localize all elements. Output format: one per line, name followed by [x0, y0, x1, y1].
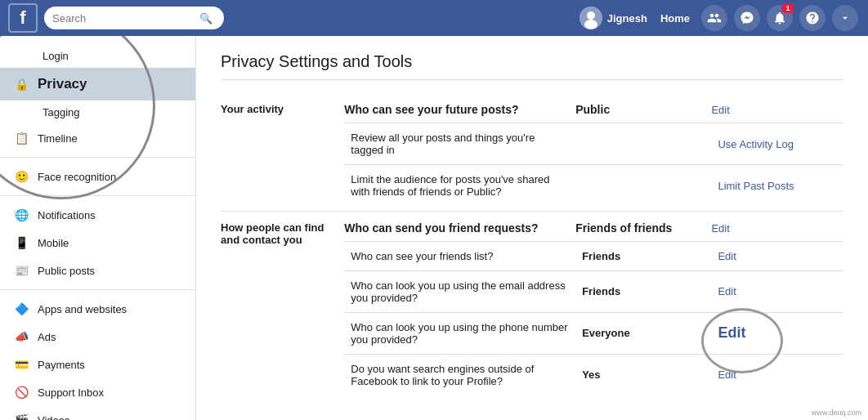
sidebar-item-label: Support Inbox — [38, 386, 104, 399]
notifications-icon-button[interactable]: 1 — [767, 5, 793, 31]
settings-action: Edit — [711, 312, 843, 354]
edit-link[interactable]: Edit — [718, 285, 736, 297]
sidebar-item-login[interactable]: Login — [0, 44, 195, 68]
settings-action: Edit — [711, 270, 843, 312]
lock-icon: 🔒 — [13, 76, 29, 92]
ads-icon: 📣 — [13, 328, 29, 345]
settings-question: Limit the audience for posts you've shar… — [344, 165, 575, 207]
svg-point-1 — [587, 11, 595, 20]
sidebar-item-mobile[interactable]: 📱 Mobile — [0, 229, 195, 257]
payments-icon: 💳 — [13, 356, 29, 373]
main-content: Privacy Settings and Tools Your activity… — [196, 36, 868, 420]
settings-value — [575, 165, 711, 207]
sidebar-item-label: Payments — [38, 359, 85, 371]
settings-table: Your activity Who can see your future po… — [221, 93, 843, 395]
sidebar-item-label: Face recognition — [38, 171, 116, 183]
limit-past-posts-link[interactable]: Limit Past Posts — [718, 180, 794, 192]
nav-right-section: Jignesh Home 1 — [579, 5, 860, 31]
sidebar-divider-2 — [0, 195, 195, 196]
sidebar-divider-3 — [0, 289, 195, 290]
sidebar-item-label: Videos — [38, 414, 70, 421]
sidebar-item-label: Apps and websites — [38, 303, 127, 315]
settings-action: Edit — [711, 93, 843, 123]
section-label: How people can find and contact you — [221, 221, 324, 246]
settings-question: Who can send you friend requests? — [344, 211, 575, 241]
page-layout: Login 🔒 Privacy Tagging 📋 Timeline 🙂 Fac… — [0, 36, 868, 420]
sidebar-divider-1 — [0, 157, 195, 158]
videos-icon: 🎬 — [13, 412, 29, 420]
user-profile-link[interactable]: Jignesh — [579, 7, 647, 29]
sidebar-item-timeline[interactable]: 📋 Timeline — [0, 124, 195, 152]
settings-action: Use Activity Log — [711, 123, 843, 165]
home-button[interactable]: Home — [654, 12, 696, 25]
messenger-icon-button[interactable] — [734, 5, 760, 31]
friends-icon-button[interactable] — [701, 5, 727, 31]
sidebar-item-label: Timeline — [38, 132, 78, 145]
sidebar-item-label: Mobile — [38, 237, 69, 249]
settings-value: Yes — [575, 354, 711, 395]
notifications-icon: 🌐 — [13, 207, 29, 223]
sidebar-item-label: Privacy — [38, 76, 87, 92]
edit-link[interactable]: Edit — [711, 104, 729, 116]
settings-value — [575, 123, 711, 165]
settings-question: Who can see your future posts? — [344, 93, 575, 123]
settings-question: Who can see your friends list? — [344, 241, 575, 270]
section-header-your-activity: Your activity Who can see your future po… — [221, 93, 843, 123]
avatar — [579, 7, 602, 29]
settings-action: Edit — [711, 354, 843, 395]
settings-value: Friends — [575, 241, 711, 270]
apps-icon: 🔷 — [13, 301, 29, 317]
settings-question: Who can look you up using the phone numb… — [344, 312, 575, 354]
settings-action: Edit — [711, 241, 843, 270]
activity-log-link[interactable]: Use Activity Log — [718, 138, 794, 150]
support-icon: 🚫 — [13, 384, 29, 400]
settings-value: Friends of friends — [575, 211, 711, 241]
sidebar-item-payments[interactable]: 💳 Payments — [0, 351, 195, 378]
timeline-icon: 📋 — [13, 130, 29, 146]
edit-link[interactable]: Edit — [718, 369, 736, 381]
edit-link-highlighted[interactable]: Edit — [718, 324, 745, 341]
dropdown-icon-button[interactable] — [832, 5, 858, 31]
sidebar-item-public-posts[interactable]: 📰 Public posts — [0, 257, 195, 284]
sidebar-item-label: Notifications — [38, 209, 96, 221]
notification-badge: 1 — [781, 3, 794, 13]
section-header-find-contact: How people can find and contact you Who … — [221, 211, 843, 241]
edit-link[interactable]: Edit — [718, 250, 736, 262]
svg-point-2 — [584, 20, 597, 29]
sidebar-item-tagging[interactable]: Tagging — [0, 101, 195, 124]
sidebar-item-support-inbox[interactable]: 🚫 Support Inbox — [0, 378, 195, 406]
sidebar-item-ads[interactable]: 📣 Ads — [0, 323, 195, 351]
settings-action: Limit Past Posts — [711, 165, 843, 207]
public-posts-icon: 📰 — [13, 262, 29, 279]
settings-question: Do you want search engines outside of Fa… — [344, 354, 575, 395]
edit-link[interactable]: Edit — [711, 222, 729, 235]
facebook-logo[interactable]: f — [8, 3, 38, 33]
settings-value: Public — [575, 93, 711, 123]
sidebar-item-label: Ads — [38, 331, 56, 343]
settings-question: Review all your posts and things you're … — [344, 123, 575, 165]
settings-value: Everyone — [575, 312, 711, 354]
sidebar-item-face-recognition[interactable]: 🙂 Face recognition — [0, 163, 195, 190]
sidebar-item-label: Public posts — [38, 265, 95, 277]
help-icon-button[interactable] — [799, 5, 825, 31]
watermark: www.deuq.com — [812, 409, 861, 417]
face-icon: 🙂 — [13, 168, 29, 185]
search-input[interactable] — [52, 12, 199, 25]
top-navigation: f 🔍 Jignesh Home — [0, 0, 868, 36]
search-bar: 🔍 — [44, 7, 224, 29]
section-label: Your activity — [221, 103, 284, 115]
search-icon: 🔍 — [199, 12, 213, 25]
sidebar-item-notifications[interactable]: 🌐 Notifications — [0, 201, 195, 229]
settings-action: Edit — [711, 211, 843, 241]
settings-question: Who can look you up using the email addr… — [344, 270, 575, 312]
settings-value: Friends — [575, 270, 711, 312]
user-name: Jignesh — [607, 12, 647, 25]
sidebar: Login 🔒 Privacy Tagging 📋 Timeline 🙂 Fac… — [0, 36, 196, 420]
page-title: Privacy Settings and Tools — [221, 52, 843, 80]
sidebar-item-privacy[interactable]: 🔒 Privacy — [0, 68, 195, 101]
sidebar-item-videos[interactable]: 🎬 Videos — [0, 406, 195, 420]
edit-circle-container: Edit — [718, 324, 745, 342]
mobile-icon: 📱 — [13, 235, 29, 251]
sidebar-item-apps-websites[interactable]: 🔷 Apps and websites — [0, 295, 195, 323]
